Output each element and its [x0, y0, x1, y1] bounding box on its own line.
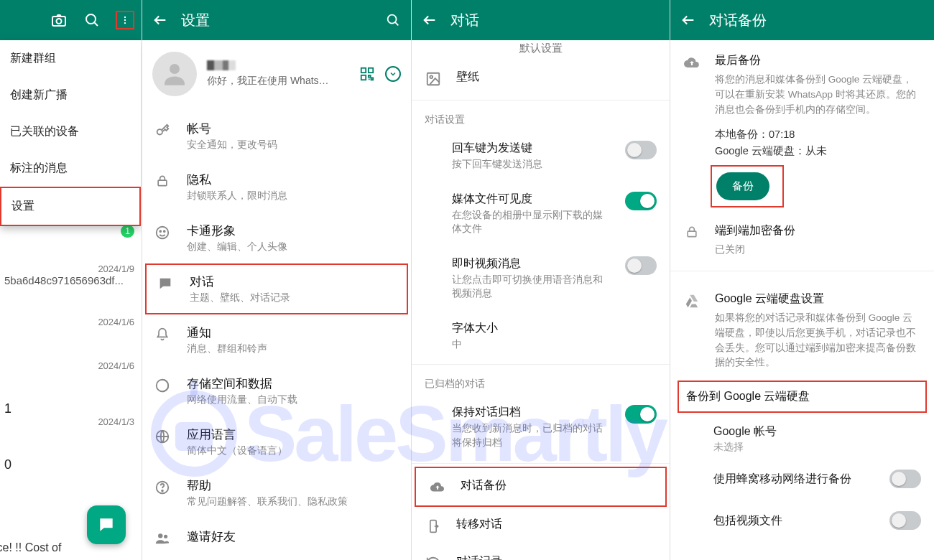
chat-date: 2024/1/9 — [98, 263, 134, 274]
dropdown-icon[interactable] — [385, 66, 401, 82]
back-icon[interactable] — [680, 12, 696, 28]
chat-row[interactable]: 1 2024/1/3 — [0, 380, 142, 436]
item-title: 存储空间和数据 — [187, 375, 297, 392]
item-desc: 未选择 — [713, 441, 921, 454]
settings-chats[interactable]: 对话主题、壁纸、对话记录 — [145, 263, 408, 314]
svg-rect-0 — [52, 17, 65, 26]
section-chat-settings: 对话设置 — [412, 103, 670, 131]
settings-invite[interactable]: 邀请好友 — [142, 518, 411, 556]
svg-point-11 — [157, 129, 162, 134]
item-desc: 常见问题解答、联系我们、隐私政策 — [187, 495, 348, 508]
menu-new-broadcast[interactable]: 创建新广播 — [0, 77, 141, 113]
search-icon[interactable] — [385, 12, 401, 28]
item-title: 对话记录 — [456, 554, 657, 561]
chat-row[interactable]: 2024/1/9 5ba6d48c971656963df... — [0, 246, 142, 295]
settings-privacy[interactable]: 隐私封锁联系人，限时消息 — [142, 162, 411, 213]
profile-row[interactable]: 你好，我正在使用 WhatsA... — [142, 40, 411, 111]
item-title: 帮助 — [187, 477, 348, 494]
row-media-visibility[interactable]: 媒体文件可见度在您设备的相册中显示刚下载的媒体文件 — [412, 182, 670, 246]
menu-new-group[interactable]: 新建群组 — [0, 40, 141, 77]
toggle-enter-send[interactable] — [625, 141, 657, 159]
row-font-size[interactable]: 字体大小中 — [412, 311, 670, 362]
settings-storage[interactable]: 存储空间和数据网络使用流量、自动下载 — [142, 365, 411, 416]
row-history[interactable]: 对话记录 — [412, 544, 670, 561]
row-enter-send[interactable]: 回车键为发送键按下回车键发送消息 — [412, 131, 670, 182]
row-cellular-backup[interactable]: 使用蜂窝移动网络进行备份 — [670, 458, 934, 500]
item-title: 邀请好友 — [187, 528, 236, 545]
settings-language[interactable]: 应用语言简体中文（设备语言） — [142, 416, 411, 467]
globe-icon — [154, 429, 171, 444]
row-e2e-backup[interactable]: 端到端加密备份 已关闭 — [715, 223, 921, 258]
item-title: 媒体文件可见度 — [452, 192, 611, 207]
row-include-video[interactable]: 包括视频文件 — [670, 500, 934, 541]
item-desc: 在您设备的相册中显示刚下载的媒体文件 — [452, 208, 611, 236]
chat-preview-fragment: nt price! !! Cost of — [0, 541, 61, 554]
more-icon[interactable] — [116, 11, 134, 29]
drive-settings-title: Google 云端硬盘设置 — [715, 291, 921, 307]
chat-row[interactable]: 2024/1/6 — [0, 336, 142, 380]
item-title: 使用蜂窝移动网络进行备份 — [713, 472, 851, 487]
svg-point-6 — [388, 15, 397, 24]
row-wallpaper[interactable]: 壁纸 — [412, 60, 670, 97]
chat-icon — [157, 276, 174, 291]
back-icon[interactable] — [422, 12, 438, 28]
section-archived: 已归档的对话 — [412, 368, 670, 395]
backup-button[interactable]: 备份 — [716, 172, 769, 200]
search-icon[interactable] — [83, 11, 101, 29]
settings-notifications[interactable]: 通知消息、群组和铃声 — [142, 314, 411, 365]
item-title: 保持对话归档 — [452, 405, 611, 420]
back-icon[interactable] — [152, 12, 168, 28]
settings-avatar[interactable]: 卡通形象创建、编辑、个人头像 — [142, 213, 411, 263]
page-title: 对话备份 — [709, 11, 767, 30]
chat-fragment: 1 — [4, 401, 11, 416]
menu-linked-devices[interactable]: 已关联的设备 — [0, 113, 141, 150]
item-desc: 消息、群组和铃声 — [187, 342, 267, 355]
qr-icon[interactable] — [359, 66, 375, 82]
crumb-default: 默认设置 — [412, 40, 670, 60]
svg-point-7 — [170, 64, 180, 74]
svg-rect-12 — [158, 180, 167, 185]
screen-chatlist: 新建群组 创建新广播 已关联的设备 标注的消息 设置 2024/1/11 1 2… — [0, 0, 142, 560]
toggle-keep-archived[interactable] — [625, 405, 657, 424]
drive-settings-desc: 如果将您的对话记录和媒体备份到 Google 云端硬盘，即使以后您更换手机，对话… — [715, 311, 921, 371]
toggle-media-visibility[interactable] — [625, 192, 657, 210]
row-keep-archived[interactable]: 保持对话归档当您收到新消息时，已归档的对话将保持归档 — [412, 395, 670, 459]
item-desc: 当您收到新消息时，已归档的对话将保持归档 — [452, 421, 611, 449]
toggle-cellular[interactable] — [889, 470, 921, 488]
last-backup-title: 最后备份 — [715, 53, 921, 68]
chat-row[interactable]: 0 — [0, 436, 142, 481]
history-icon — [425, 556, 442, 561]
row-backup-to-drive[interactable]: 备份到 Google 云端硬盘 — [678, 381, 927, 413]
svg-point-5 — [124, 22, 126, 24]
svg-rect-9 — [369, 68, 373, 73]
item-desc: 简体中文（设备语言） — [187, 444, 287, 457]
row-chat-backup[interactable]: 对话备份 — [416, 468, 665, 505]
item-title: 回车键为发送键 — [452, 141, 611, 156]
page-title: 设置 — [181, 11, 210, 30]
settings-help[interactable]: 帮助常见问题解答、联系我们、隐私政策 — [142, 467, 411, 518]
settings-list: 帐号安全通知，更改号码 隐私封锁联系人，限时消息 卡通形象创建、编辑、个人头像 … — [142, 111, 411, 556]
settings-account[interactable]: 帐号安全通知，更改号码 — [142, 111, 411, 162]
profile-name-blurred — [207, 60, 236, 70]
row-transfer[interactable]: 转移对话 — [412, 507, 670, 544]
toggle-include-video[interactable] — [889, 511, 921, 530]
chat-row[interactable]: 2024/1/6 — [0, 295, 142, 336]
item-desc: 创建、编辑、个人头像 — [187, 241, 287, 253]
item-title: 应用语言 — [187, 426, 287, 443]
svg-point-21 — [164, 535, 167, 538]
svg-point-3 — [124, 17, 126, 18]
toggle-instant-video[interactable] — [625, 256, 657, 275]
new-chat-button[interactable] — [87, 505, 126, 544]
item-desc: 封锁联系人，限时消息 — [187, 190, 287, 202]
item-title: 卡通形象 — [187, 223, 287, 239]
wallpaper-icon — [425, 71, 442, 87]
item-title: 壁纸 — [456, 70, 657, 85]
row-google-account[interactable]: Google 帐号 未选择 — [670, 417, 934, 458]
page-title: 对话 — [450, 11, 479, 30]
row-instant-video[interactable]: 即时视频消息让您点击即可切换使用语音消息和视频消息 — [412, 246, 670, 311]
camera-icon[interactable] — [50, 11, 68, 29]
menu-settings[interactable]: 设置 — [0, 187, 141, 226]
item-title: 即时视频消息 — [452, 256, 611, 271]
svg-point-1 — [57, 19, 62, 24]
menu-starred[interactable]: 标注的消息 — [0, 150, 141, 187]
